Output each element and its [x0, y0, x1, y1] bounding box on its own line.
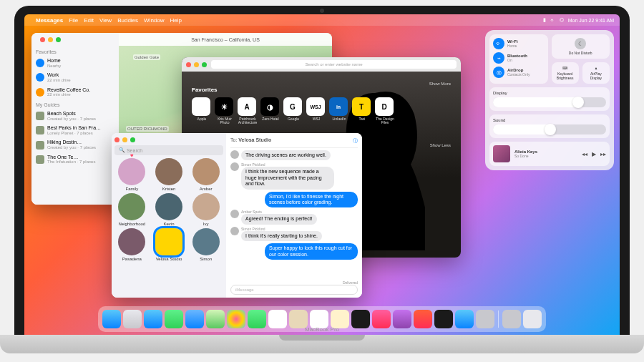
conversation-pin[interactable]: Amber: [188, 158, 223, 191]
menu-view[interactable]: View: [99, 17, 112, 24]
conversation-pin[interactable]: Ivy: [188, 193, 223, 226]
maps-guide[interactable]: Best Parks in San Fra…Lonely Planet · 7 …: [36, 123, 114, 137]
favorite-site[interactable]: ◑Zero Hotel: [260, 97, 280, 124]
menu-file[interactable]: File: [69, 17, 78, 24]
maps-sidebar: Favorites HomeNearbyWork22 min driveReve…: [31, 33, 119, 205]
minimize-icon[interactable]: [194, 62, 199, 67]
control-center: ᯤWi-FiHome ⌁BluetoothOn ◎AirDropContacts…: [485, 30, 614, 170]
favorite-site[interactable]: Apple: [192, 97, 212, 124]
favorite-site[interactable]: DThe Design Files: [375, 97, 395, 124]
wifi-icon[interactable]: ᯤ: [550, 18, 555, 23]
url-field[interactable]: Search or enter website name: [211, 60, 457, 69]
now-playing[interactable]: Alicia KeysSo Done ◂◂▶▸▸: [489, 142, 610, 166]
dock-app-safari[interactable]: [144, 310, 162, 328]
dock-app-settings[interactable]: [476, 310, 494, 328]
airdrop-toggle[interactable]: ◎AirDropContacts Only: [493, 67, 545, 78]
zoom-icon[interactable]: [130, 137, 135, 142]
close-icon[interactable]: [114, 137, 119, 142]
maps-guide[interactable]: Hiking Destin…Created by you · 7 places: [36, 137, 114, 152]
dock-app-calendar[interactable]: [268, 310, 287, 328]
maps-guide[interactable]: The One Te…The Infatuation · 7 places: [36, 152, 114, 167]
clock[interactable]: Mon Jun 22 9:41 AM: [568, 18, 614, 23]
guides-header: My Guides: [36, 102, 114, 107]
dock-app-maps[interactable]: [206, 310, 225, 328]
maps-guide[interactable]: Beach SpotsCreated by you · 7 places: [36, 109, 114, 123]
map-location: San Francisco – California, US: [191, 37, 260, 42]
play-icon[interactable]: ▶: [592, 151, 596, 157]
close-icon[interactable]: [40, 37, 45, 42]
favorite-site[interactable]: ☀Kris Muir Photo: [215, 97, 235, 124]
maps-favorite[interactable]: Work22 min drive: [36, 70, 114, 84]
wifi-icon: ᯤ: [493, 38, 504, 49]
menu-help[interactable]: Help: [170, 17, 182, 24]
battery-icon[interactable]: ▮: [543, 17, 546, 23]
conversation-pin[interactable]: Kevin: [152, 193, 187, 226]
favorites-title: Favorites: [192, 87, 218, 93]
favorite-site[interactable]: TTaxi: [352, 97, 372, 124]
keyboard-icon: ⌨: [562, 66, 567, 70]
conversation-pin[interactable]: Velosa Studio: [152, 228, 187, 261]
dock-app-news[interactable]: [414, 310, 432, 328]
favorite-site[interactable]: inLinkedIn: [329, 97, 349, 124]
dock-app-finder[interactable]: [102, 310, 121, 328]
dock-app-podcasts[interactable]: [393, 310, 411, 328]
info-icon[interactable]: ⓘ: [353, 137, 358, 145]
bluetooth-toggle[interactable]: ⌁BluetoothOn: [493, 52, 545, 64]
minimize-icon[interactable]: [48, 37, 53, 42]
dock-app-photos[interactable]: [227, 310, 245, 328]
compose-input[interactable]: iMessage: [230, 285, 358, 295]
received-message: The driving scenes are working well.: [230, 150, 358, 160]
map-label: Golden Gate: [133, 54, 160, 60]
dock-app-launchpad[interactable]: [123, 310, 142, 328]
menubar: Messages File Edit View Buddies Window H…: [24, 14, 620, 26]
menu-edit[interactable]: Edit: [84, 17, 94, 24]
airplay-toggle[interactable]: ▲AirPlay Display: [582, 62, 610, 84]
sound-slider[interactable]: Sound: [489, 114, 610, 138]
received-message: Simon PickfordI think it's really starti…: [230, 227, 358, 241]
control-center-icon[interactable]: ⌬: [560, 17, 564, 23]
zoom-icon[interactable]: [56, 37, 61, 42]
conversation-pin[interactable]: ♥Family: [114, 158, 150, 191]
app-menu[interactable]: Messages: [36, 17, 63, 24]
dock-app-music[interactable]: [372, 310, 391, 328]
hardware-label: MacBook Pro: [305, 326, 339, 333]
keyboard-brightness[interactable]: ⌨Keyboard Brightness: [552, 62, 579, 84]
zoom-icon[interactable]: [202, 62, 207, 67]
conversation-pin[interactable]: Kristen: [152, 158, 187, 191]
dock-app-messages[interactable]: [165, 310, 183, 328]
minimize-icon[interactable]: [122, 137, 127, 142]
album-art: [493, 145, 510, 162]
maps-favorite[interactable]: Reveille Coffee Co.22 min drive: [36, 85, 114, 99]
next-icon[interactable]: ▸▸: [600, 151, 606, 157]
display-slider[interactable]: Display: [489, 87, 610, 111]
show-more-button[interactable]: Show More: [429, 82, 451, 86]
bluetooth-icon: ⌁: [493, 52, 504, 64]
conversation-pin[interactable]: Neighborhood: [114, 193, 150, 226]
favorite-site[interactable]: APatchwork Architecture: [238, 97, 258, 124]
sent-message: Super happy to lock this rough cut for o…: [230, 243, 358, 260]
dock-app-stocks[interactable]: [434, 310, 453, 328]
favorites-header: Favorites: [36, 49, 114, 54]
dock-downloads[interactable]: [502, 310, 521, 328]
dock-app-mail[interactable]: [185, 310, 204, 328]
menu-buddies[interactable]: Buddies: [117, 17, 138, 24]
favorite-site[interactable]: WSJWSJ: [306, 97, 326, 124]
dock-app-app-store[interactable]: [455, 310, 474, 328]
maps-favorite[interactable]: HomeNearby: [36, 56, 114, 70]
airdrop-icon: ◎: [493, 67, 504, 78]
conversation-pin[interactable]: Pasadena: [114, 228, 150, 261]
moon-icon: ☾: [575, 38, 586, 49]
dock-app-facetime[interactable]: [248, 310, 266, 328]
show-less-button[interactable]: Show Less: [430, 143, 451, 147]
received-message: Simon PickfordI think the new sequence m…: [230, 162, 358, 189]
recipient: Velosa Studio: [238, 137, 271, 142]
dock-app-tv[interactable]: [351, 310, 370, 328]
close-icon[interactable]: [186, 62, 191, 67]
menu-window[interactable]: Window: [144, 17, 164, 24]
conversation-pin[interactable]: Simon: [188, 228, 223, 261]
dnd-toggle[interactable]: ☾Do Not Disturb: [552, 34, 610, 59]
dock-trash[interactable]: [523, 310, 542, 328]
favorite-site[interactable]: GGoogle: [283, 97, 303, 124]
wifi-toggle[interactable]: ᯤWi-FiHome: [493, 38, 545, 49]
prev-icon[interactable]: ◂◂: [582, 151, 587, 157]
